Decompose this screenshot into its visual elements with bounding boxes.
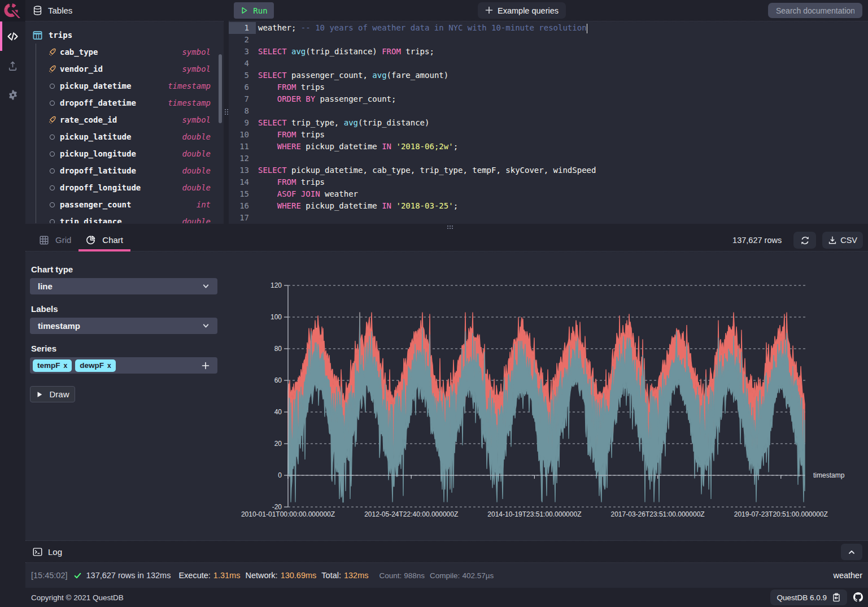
tab-grid-label: Grid [55,235,71,245]
line-number: 5 [229,70,256,81]
schema-column-rate_code_id[interactable]: rate_code_idsymbol [25,111,224,128]
y-tick-label: -20 [272,503,282,511]
y-tick-label: 60 [274,376,282,384]
editor-toolbar: Run Example queries [229,0,868,21]
questdb-logo[interactable] [0,0,25,21]
code-line-15: ASOF JOIN weather [258,188,868,200]
network-value: 130.69ms [281,571,317,580]
line-number: 16 [229,200,256,212]
log-table-name: weather [833,571,862,580]
csv-button[interactable]: CSV [822,232,863,249]
line-number: 7 [229,93,256,105]
splitter-handle-icon [224,109,229,115]
y-tick-label: 0 [278,471,282,479]
chart-type-label: Chart type [31,265,73,274]
line-number: 12 [229,153,256,164]
code-icon [6,30,19,43]
version-label: QuestDB 6.0.9 [777,593,827,602]
schema-column-dropoff_datetime[interactable]: dropoff_datetimetimestamp [25,94,224,111]
tab-chart[interactable]: Chart [78,229,130,251]
log-title: Log [48,547,62,557]
series-chip-dewpF[interactable]: dewpFx [75,359,115,372]
draw-button[interactable]: Draw [30,386,75,402]
copy-icon [832,593,841,602]
line-number: 1 [229,22,256,34]
log-row: [15:45:02] 137,627 rows in 132ms Execute… [25,563,868,588]
line-number: 11 [229,141,256,153]
rocket-icon [48,48,56,57]
schema-column-pickup_latitude[interactable]: pickup_latitudedouble [25,128,224,145]
tables-sidebar: Tables trips cab_typesymbolvendor_idsymb… [25,0,224,224]
sql-editor[interactable]: 1234567891011121314151617 weather; -- 10… [229,21,868,223]
chevron-up-icon [848,548,856,556]
add-series-icon[interactable] [202,362,210,370]
refresh-button[interactable] [793,232,816,249]
code-line-17 [258,212,868,224]
row-count: 137,627 rows [732,236,782,245]
pie-chart-icon [86,235,95,245]
log-collapse-button[interactable] [841,544,862,560]
copyright-text: Copyright © 2021 QuestDB [31,593,124,602]
schema-scrollbar[interactable] [219,54,222,123]
csv-label: CSV [840,236,857,245]
horizontal-splitter[interactable] [25,224,868,229]
schema-column-pickup_datetime[interactable]: pickup_datetimetimestamp [25,77,224,94]
questdb-logo-icon [3,2,23,19]
weather-line-chart[interactable]: 120100806040200-202010-01-01T00:00:00.00… [237,254,868,534]
series-box[interactable]: tempFx dewpFx [30,357,217,374]
table-row-trips[interactable]: trips [25,27,224,44]
plus-icon [485,6,493,14]
schema-column-passenger_count[interactable]: passenger_countint [25,196,224,213]
remove-icon[interactable]: x [107,362,111,370]
table-name: trips [49,31,72,40]
log-header[interactable]: Log [25,541,868,563]
schema-tree: trips cab_typesymbolvendor_idsymbolpicku… [25,21,224,223]
tables-header: Tables [25,0,224,21]
terminal-icon [33,547,42,557]
x-tick-label: 2017-03-26T23:51:00.000000Z [611,510,705,518]
chart-type-select[interactable]: line [30,278,217,294]
rail-item-settings[interactable] [0,80,25,110]
series-chip-label: dewpF [80,361,104,370]
github-icon[interactable] [853,592,863,602]
run-button[interactable]: Run [234,2,274,19]
labels-value: timestamp [38,321,80,331]
schema-column-trip_distance[interactable]: trip_distancedouble [25,213,224,223]
rail-item-import[interactable] [0,51,25,80]
code-line-9: SELECT trip_type, avg(trip_distance) [258,117,868,129]
labels-select[interactable]: timestamp [30,318,217,334]
schema-column-dropoff_longitude[interactable]: dropoff_longitudedouble [25,179,224,196]
code-line-4 [258,58,868,70]
column-name: dropoff_longitude [60,183,141,192]
circle-icon [49,83,55,89]
y-tick-label: 120 [271,281,282,289]
example-queries-button[interactable]: Example queries [478,2,566,19]
schema-column-cab_type[interactable]: cab_typesymbol [25,44,224,60]
search-documentation-input[interactable] [768,3,862,18]
chart-panel: Chart type line Labels timestamp Series … [25,252,868,541]
schema-columns: cab_typesymbolvendor_idsymbolpickup_date… [25,44,224,223]
labels-label: Labels [31,304,58,314]
remove-icon[interactable]: x [64,362,68,370]
code-line-3: SELECT avg(trip_distance) FROM trips; [258,46,868,58]
column-name: vendor_id [60,64,103,73]
code-line-8 [258,105,868,117]
count-value: 988ns [404,571,425,580]
column-name: passenger_count [60,200,131,209]
column-name: rate_code_id [60,115,117,124]
x-axis-title: timestamp [813,471,845,479]
table-icon [33,31,42,40]
version-button[interactable]: QuestDB 6.0.9 [770,589,847,605]
tabbar-right: 137,627 rows CSV [732,229,863,252]
tab-grid[interactable]: Grid [32,229,78,251]
rail-item-console[interactable] [0,21,25,51]
schema-column-vendor_id[interactable]: vendor_idsymbol [25,60,224,77]
schema-column-dropoff_latitude[interactable]: dropoff_latitudedouble [25,162,224,179]
vertical-splitter[interactable] [224,0,229,224]
column-name: pickup_latitude [60,132,131,141]
column-type: timestamp [168,98,211,107]
schema-column-pickup_longitude[interactable]: pickup_longitudedouble [25,145,224,162]
line-number: 10 [229,129,256,141]
series-chip-tempF[interactable]: tempFx [33,359,72,372]
rocket-icon [48,116,56,124]
